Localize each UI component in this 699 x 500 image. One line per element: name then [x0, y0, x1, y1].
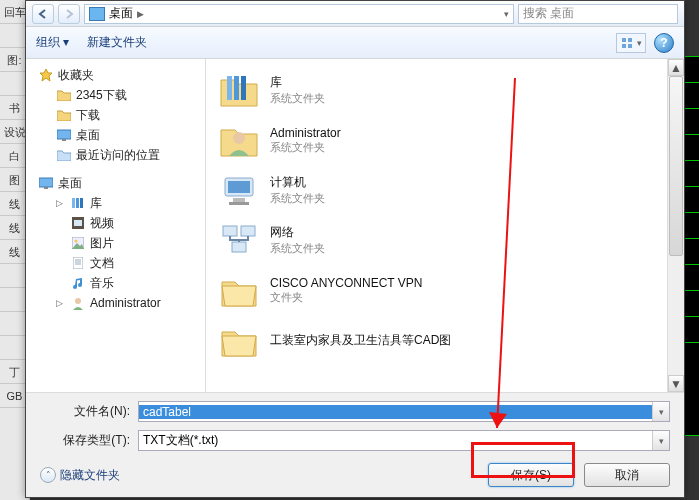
folder-icon [218, 269, 260, 311]
nav-fav-download[interactable]: 下载 [34, 105, 201, 125]
nav-lib-picture[interactable]: 图片 [34, 233, 201, 253]
list-item[interactable]: 计算机系统文件夹 [210, 165, 663, 215]
document-icon [70, 255, 86, 271]
user-icon [218, 119, 260, 161]
svg-point-24 [233, 132, 245, 144]
library-icon [70, 195, 86, 211]
svg-rect-13 [74, 220, 82, 226]
svg-rect-31 [232, 242, 246, 252]
svg-rect-11 [80, 198, 83, 208]
chevron-up-icon: ˄ [40, 467, 56, 483]
toolbar: 组织 ▾ 新建文件夹 ▾ ? [26, 27, 684, 59]
list-item[interactable]: 网络系统文件夹 [210, 215, 663, 265]
address-bar-row: 桌面 ▶ ▾ 搜索 桌面 [26, 1, 684, 27]
scroll-thumb[interactable] [669, 76, 683, 256]
svg-rect-16 [73, 257, 83, 269]
svg-rect-5 [57, 130, 71, 139]
new-folder-button[interactable]: 新建文件夹 [87, 34, 147, 51]
nav-fav-2345[interactable]: 2345下载 [34, 85, 201, 105]
filetype-label: 保存类型(T): [40, 432, 130, 449]
filename-value: cadTabel [139, 405, 652, 419]
list-scrollbar[interactable]: ▲ ▼ [667, 59, 684, 392]
recent-icon [56, 147, 72, 163]
nav-favorites[interactable]: 收藏夹 [34, 65, 201, 85]
navigation-pane: 收藏夹 2345下载 下载 桌面 最近访问的位置 桌面 ▷ 库 视频 图片 [26, 59, 206, 392]
file-list: 库系统文件夹 Administrator系统文件夹 计算机系统文件夹 网络系统文… [206, 59, 667, 392]
nav-library[interactable]: ▷ 库 [34, 193, 201, 213]
nav-lib-doc[interactable]: 文档 [34, 253, 201, 273]
desktop-icon [56, 127, 72, 143]
star-icon [38, 67, 54, 83]
svg-rect-22 [234, 76, 239, 100]
address-bar[interactable]: 桌面 ▶ ▾ [84, 4, 514, 24]
svg-point-20 [75, 298, 81, 304]
svg-marker-4 [40, 69, 52, 81]
folder-icon [56, 107, 72, 123]
filetype-value: TXT文档(*.txt) [139, 432, 652, 449]
list-item[interactable]: CISCO ANYCONNECT VPN文件夹 [210, 265, 663, 315]
video-icon [70, 215, 86, 231]
view-options-button[interactable]: ▾ [616, 33, 646, 53]
nav-lib-video[interactable]: 视频 [34, 213, 201, 233]
svg-rect-7 [39, 178, 53, 187]
search-input[interactable]: 搜索 桌面 [518, 4, 678, 24]
nav-desktop[interactable]: 桌面 [34, 173, 201, 193]
nav-admin[interactable]: ▷ Administrator [34, 293, 201, 313]
network-icon [218, 219, 260, 261]
chevron-down-icon[interactable]: ▾ [504, 9, 509, 19]
nav-fav-desktop[interactable]: 桌面 [34, 125, 201, 145]
expand-icon[interactable]: ▷ [56, 298, 66, 308]
svg-rect-27 [233, 198, 245, 202]
svg-rect-28 [229, 202, 249, 205]
hide-folders-button[interactable]: ˄ 隐藏文件夹 [40, 467, 120, 484]
folder-icon [56, 87, 72, 103]
desktop-icon [89, 7, 105, 21]
library-icon [218, 69, 260, 111]
picture-icon [70, 235, 86, 251]
svg-rect-10 [76, 198, 79, 208]
music-icon [70, 275, 86, 291]
save-dialog: 桌面 ▶ ▾ 搜索 桌面 组织 ▾ 新建文件夹 ▾ ? 收藏夹 2345下载 [25, 0, 685, 498]
svg-rect-29 [223, 226, 237, 236]
filetype-dropdown-button[interactable]: ▾ [652, 431, 669, 450]
filename-input[interactable]: cadTabel ▾ [138, 401, 670, 422]
cancel-button[interactable]: 取消 [584, 463, 670, 487]
computer-icon [218, 169, 260, 211]
svg-rect-3 [628, 44, 632, 48]
list-item[interactable]: 工装室内家具及卫生洁具等CAD图 [210, 315, 663, 365]
list-item[interactable]: Administrator系统文件夹 [210, 115, 663, 165]
nav-back-button[interactable] [32, 4, 54, 24]
expand-icon[interactable]: ▷ [56, 198, 66, 208]
scroll-down-button[interactable]: ▼ [668, 375, 684, 392]
filetype-select[interactable]: TXT文档(*.txt) ▾ [138, 430, 670, 451]
nav-lib-music[interactable]: 音乐 [34, 273, 201, 293]
svg-rect-23 [241, 76, 246, 100]
nav-forward-button[interactable] [58, 4, 80, 24]
scroll-up-button[interactable]: ▲ [668, 59, 684, 76]
svg-rect-0 [622, 38, 626, 42]
svg-rect-6 [62, 139, 66, 141]
filename-label: 文件名(N): [40, 403, 130, 420]
svg-rect-30 [241, 226, 255, 236]
svg-rect-1 [628, 38, 632, 42]
svg-rect-2 [622, 44, 626, 48]
chevron-right-icon: ▶ [137, 9, 144, 19]
svg-rect-21 [227, 76, 232, 100]
svg-point-15 [75, 240, 78, 243]
address-location: 桌面 [109, 5, 133, 22]
svg-rect-8 [44, 187, 48, 189]
nav-fav-recent[interactable]: 最近访问的位置 [34, 145, 201, 165]
user-icon [70, 295, 86, 311]
scroll-track[interactable] [668, 76, 684, 375]
bottom-panel: 文件名(N): cadTabel ▾ 保存类型(T): TXT文档(*.txt)… [26, 392, 684, 497]
folder-icon [218, 319, 260, 361]
list-item[interactable]: 库系统文件夹 [210, 65, 663, 115]
help-button[interactable]: ? [654, 33, 674, 53]
filename-dropdown-button[interactable]: ▾ [652, 402, 669, 421]
svg-rect-9 [72, 198, 75, 208]
save-button[interactable]: 保存(S) [488, 463, 574, 487]
search-placeholder: 搜索 桌面 [523, 5, 574, 22]
desktop-icon [38, 175, 54, 191]
organize-button[interactable]: 组织 ▾ [36, 34, 69, 51]
svg-rect-26 [228, 181, 250, 193]
